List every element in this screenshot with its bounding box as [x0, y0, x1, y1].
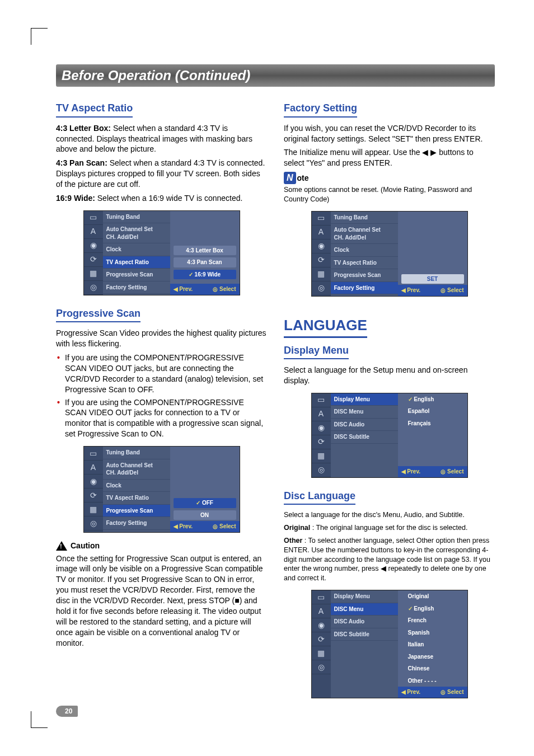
- option-label: 4:3 Pan Scan:: [56, 158, 107, 167]
- note-label: ote: [297, 173, 309, 184]
- menu-option: Other - - - -: [401, 676, 464, 686]
- prev-label: Prev.: [401, 688, 421, 696]
- menu-option: Spanish: [401, 628, 464, 638]
- caution-label: Caution: [71, 541, 100, 551]
- menu-item: Clock: [103, 480, 170, 492]
- menu-item: DISC Subtitle: [331, 431, 398, 444]
- body-text: Original : The original language set for…: [284, 523, 495, 533]
- grid-icon: ▦: [312, 267, 331, 281]
- section-title-factory: Factory Setting: [284, 101, 357, 117]
- menu-item: Tuning Band: [103, 447, 170, 459]
- menu-option: Italian: [401, 640, 464, 650]
- refresh-icon: ⟳: [84, 253, 103, 267]
- circle-icon: ◉: [84, 239, 103, 253]
- prev-label: Prev.: [401, 468, 421, 476]
- circle-icon: ◉: [312, 421, 331, 435]
- section-title-disc-language: Disc Language: [284, 489, 355, 505]
- osd-menu-progressive: ▭ A ◉ ⟳ ▦ ◎ Tuning Band Auto Channel Set…: [83, 446, 240, 533]
- circle-icon: ◉: [84, 475, 103, 489]
- grid-icon: ▦: [312, 449, 331, 463]
- menu-option: French: [401, 616, 464, 626]
- menu-icon-column: ▭ A ◉ ⟳ ▦ ◎: [312, 393, 331, 477]
- refresh-icon: ⟳: [312, 253, 331, 267]
- menu-item: Auto Channel Set CH. Add/Del: [103, 223, 170, 243]
- tv-icon: ▭: [84, 447, 103, 461]
- body-text: Other : To select another language, sele…: [284, 536, 495, 583]
- menu-item: TV Aspect Ratio: [103, 492, 170, 505]
- section-title-progressive: Progressive Scan: [56, 307, 140, 322]
- menu-footer: Prev. Select: [398, 687, 467, 698]
- body-text: 16:9 Wide: Select when a 16:9 wide TV is…: [56, 193, 267, 204]
- letter-icon: A: [312, 407, 331, 421]
- menu-item: Auto Channel Set CH. Add/Del: [103, 459, 170, 480]
- menu-item: Factory Setting: [103, 281, 170, 294]
- crop-mark: [31, 711, 48, 728]
- menu-items-column: Tuning Band Auto Channel Set CH. Add/Del…: [331, 212, 398, 296]
- warning-triangle-icon: [56, 541, 67, 551]
- menu-item-selected: DISC Menu: [331, 603, 398, 616]
- menu-footer: Prev. Select: [398, 466, 467, 477]
- select-label: Select: [213, 523, 236, 530]
- tv-icon: ▭: [84, 211, 103, 225]
- prev-label: Prev.: [174, 523, 193, 530]
- disc-icon: ◎: [312, 660, 331, 674]
- two-column-layout: TV Aspect Ratio 4:3 Letter Box: Select w…: [56, 98, 495, 706]
- page-banner: Before Operation (Continued): [56, 64, 495, 87]
- prev-label: Prev.: [401, 287, 421, 294]
- grid-icon: ▦: [84, 267, 103, 281]
- menu-option: ON: [174, 510, 236, 520]
- menu-item: Factory Setting: [103, 517, 170, 530]
- left-column: TV Aspect Ratio 4:3 Letter Box: Select w…: [56, 98, 267, 706]
- tv-icon: ▭: [312, 393, 331, 407]
- menu-options-column: SET Prev. Select: [398, 212, 467, 296]
- menu-option: Original: [401, 591, 464, 602]
- bullet-list: If you are using the COMPONENT/PROGRESSI…: [56, 353, 267, 439]
- osd-menu-tv-aspect: ▭ A ◉ ⟳ ▦ ◎ Tuning Band Auto Channel Set…: [83, 210, 240, 295]
- option-label: Original: [284, 524, 310, 532]
- section-title-tv-aspect: TV Aspect Ratio: [56, 101, 133, 117]
- note-heading: N ote: [284, 172, 495, 184]
- menu-footer: Prev. Select: [398, 285, 467, 296]
- menu-item: Tuning Band: [103, 211, 170, 224]
- menu-option-selected: English: [401, 395, 464, 405]
- note-n-icon: N: [284, 172, 296, 184]
- select-label: Select: [213, 285, 236, 293]
- menu-option: 4:3 Letter Box: [174, 246, 236, 256]
- body-text: 4:3 Pan Scan: Select when a standard 4:3…: [56, 158, 267, 190]
- menu-options-column: English Español Français Prev. Select: [398, 393, 467, 477]
- option-label: Other: [284, 537, 302, 544]
- menu-item: DISC Menu: [331, 406, 398, 419]
- menu-item: DISC Audio: [331, 419, 398, 431]
- letter-icon: A: [312, 226, 331, 240]
- menu-icon-column: ▭ A ◉ ⟳ ▦ ◎: [84, 447, 103, 532]
- menu-item: DISC Audio: [331, 616, 398, 628]
- body-text: Select a language for the Setup menu and…: [284, 365, 495, 386]
- body-text: 4:3 Letter Box: Select when a standard 4…: [56, 123, 267, 155]
- menu-item: Tuning Band: [331, 212, 398, 224]
- body-text: Progressive Scan Video provides the high…: [56, 328, 267, 349]
- disc-icon: ◎: [312, 463, 331, 477]
- osd-menu-display-language: ▭ A ◉ ⟳ ▦ ◎ Display Menu DISC Menu DISC …: [311, 393, 468, 478]
- main-heading-language: LANGUAGE: [284, 316, 367, 338]
- option-label: 4:3 Letter Box:: [56, 124, 111, 133]
- select-label: Select: [441, 468, 463, 476]
- disc-icon: ◎: [84, 516, 103, 530]
- body-text: If you wish, you can reset the VCR/DVD R…: [284, 123, 495, 144]
- menu-option-selected: 16:9 Wide: [174, 270, 236, 280]
- circle-icon: ◉: [312, 618, 331, 632]
- menu-option: Japanese: [401, 652, 464, 662]
- menu-item: Display Menu: [331, 590, 398, 603]
- menu-icon-column: ▭ A ◉ ⟳ ▦ ◎: [312, 590, 331, 698]
- select-label: Select: [441, 688, 463, 696]
- menu-items-column: Display Menu DISC Menu DISC Audio DISC S…: [331, 393, 398, 477]
- refresh-icon: ⟳: [312, 435, 331, 449]
- letter-icon: A: [84, 225, 103, 239]
- disc-icon: ◎: [84, 281, 103, 295]
- page-number: 20: [56, 706, 78, 717]
- menu-item: Clock: [331, 244, 398, 257]
- menu-item: Clock: [103, 243, 170, 256]
- letter-icon: A: [84, 461, 103, 475]
- body-text: Select a language for the disc's Menu, A…: [284, 510, 495, 520]
- caution-text: Once the setting for Progressive Scan ou…: [56, 553, 267, 649]
- osd-menu-factory: ▭ A ◉ ⟳ ▦ ◎ Tuning Band Auto Channel Set…: [311, 211, 468, 297]
